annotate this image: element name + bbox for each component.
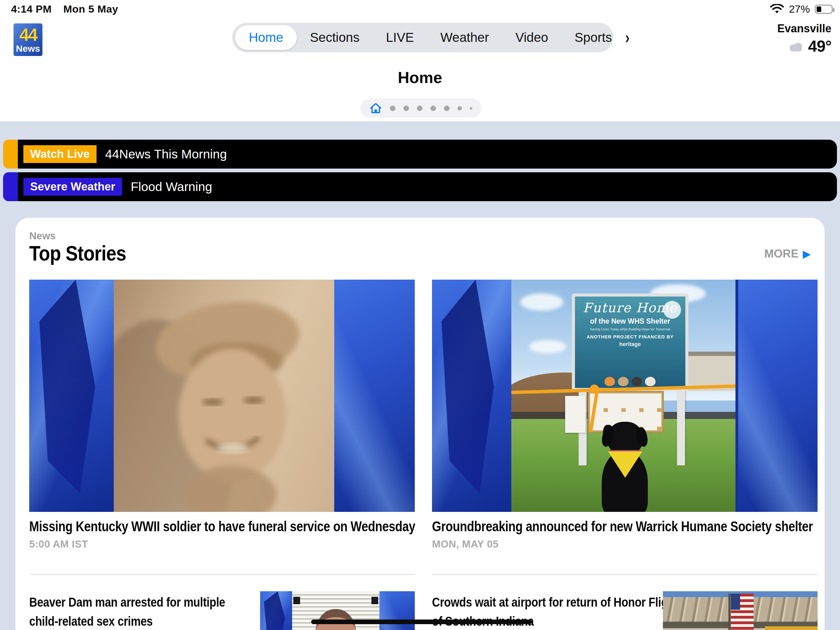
home-indicator[interactable] xyxy=(311,619,532,624)
watch-live-badge: Watch Live xyxy=(24,145,96,163)
more-button[interactable]: MORE ▶ xyxy=(764,247,811,260)
tab-home[interactable]: Home xyxy=(235,25,297,50)
main-nav: Home Sections LIVE Weather Video Sports … xyxy=(232,23,613,52)
severe-weather-badge: Severe Weather xyxy=(24,178,122,196)
cloud-icon xyxy=(787,40,805,52)
page-dot xyxy=(444,106,450,111)
sign-line3: Saving Lives Today while Building Hope f… xyxy=(575,327,685,331)
page-dot xyxy=(458,106,462,111)
tv-graphic-panel xyxy=(260,591,292,630)
us-flag xyxy=(731,594,753,630)
featured-timestamp-1: 5:00 AM IST xyxy=(29,538,88,550)
status-time: 4:14 PM xyxy=(11,3,52,15)
tab-video[interactable]: Video xyxy=(502,30,561,45)
weather-city: Evansville xyxy=(777,22,831,35)
divider xyxy=(432,574,818,575)
app-screen: 4:14 PMMon 5 May 27% 44 News Home Sectio… xyxy=(0,0,840,630)
tab-weather[interactable]: Weather xyxy=(427,30,502,45)
story-thumb-airport[interactable] xyxy=(663,591,818,630)
severe-weather-text: Flood Warning xyxy=(131,180,212,194)
page-dot xyxy=(403,106,409,111)
watch-live-text: 44News This Morning xyxy=(105,147,227,161)
tv-graphic-panel xyxy=(379,591,415,630)
page-dots-carousel[interactable] xyxy=(360,98,482,118)
page-dot xyxy=(417,106,422,111)
watch-live-banner[interactable]: Watch Live 44News This Morning xyxy=(0,140,840,169)
divider xyxy=(29,574,415,575)
section-kicker: News xyxy=(29,230,56,242)
status-date: Mon 5 May xyxy=(63,3,118,15)
black-dog xyxy=(598,424,651,512)
story-image-shelter[interactable]: Future Home of the New WHS Shelter Savin… xyxy=(432,280,818,512)
page-title: Home xyxy=(0,68,840,87)
battery-icon xyxy=(815,5,833,14)
top-stories-card: News Top Stories MORE ▶ xyxy=(15,218,825,630)
sign-line5: heritage xyxy=(575,341,685,348)
featured-headline-2[interactable]: Groundbreaking announced for new Warrick… xyxy=(432,518,825,535)
story-image-soldier[interactable] xyxy=(29,280,415,512)
header: 4:14 PMMon 5 May 27% 44 News Home Sectio… xyxy=(0,0,840,121)
status-bar-right: 27% xyxy=(770,3,833,15)
tv-graphic-panel xyxy=(432,280,511,512)
story-thumb-mugshot[interactable] xyxy=(260,591,415,630)
tab-live[interactable]: LIVE xyxy=(373,30,427,45)
more-label: MORE xyxy=(764,247,799,260)
mugshot-photo xyxy=(292,591,379,630)
secondary-headline-1[interactable]: Beaver Dam man arrested for multiple chi… xyxy=(29,592,251,630)
section-title: Top Stories xyxy=(29,241,126,265)
sepia-portrait-photo xyxy=(114,280,334,512)
weather-widget[interactable]: Evansville 49° xyxy=(777,22,831,55)
shelter-photo: Future Home of the New WHS Shelter Savin… xyxy=(511,280,736,512)
tv-graphic-panel xyxy=(29,280,114,512)
tab-sections[interactable]: Sections xyxy=(297,30,373,45)
weather-temp: 49° xyxy=(808,37,831,55)
home-dot-icon xyxy=(369,103,382,114)
severe-weather-banner[interactable]: Severe Weather Flood Warning xyxy=(0,172,840,201)
featured-headline-1[interactable]: Missing Kentucky WWII soldier to have fu… xyxy=(29,518,422,535)
tab-sports[interactable]: Sports xyxy=(561,30,625,45)
logo-44: 44 xyxy=(19,26,37,43)
status-bar-left: 4:14 PMMon 5 May xyxy=(11,3,118,15)
secondary-headline-2[interactable]: Crowds wait at airport for return of Hon… xyxy=(432,592,685,630)
tv-graphic-panel xyxy=(334,280,415,512)
page-dot xyxy=(470,107,472,109)
sign-logo-circle xyxy=(663,301,681,319)
sign-line4: ANOTHER PROJECT FINANCED BY xyxy=(575,334,685,339)
page-dot xyxy=(390,106,395,111)
battery-percent: 27% xyxy=(789,3,810,15)
station-logo[interactable]: 44 News xyxy=(14,24,43,56)
sign-animal-icons xyxy=(575,377,685,386)
nav-more-chevron-icon[interactable]: › xyxy=(625,28,630,47)
page-dot xyxy=(431,106,436,111)
wifi-icon xyxy=(770,4,784,14)
posted-notice xyxy=(565,396,586,433)
logo-news: News xyxy=(16,44,40,53)
tv-graphic-panel xyxy=(738,280,818,512)
featured-timestamp-2: MON, MAY 05 xyxy=(432,538,498,550)
sign-line2: of the New WHS Shelter xyxy=(575,317,685,326)
future-home-sign: Future Home of the New WHS Shelter Savin… xyxy=(572,293,688,391)
more-arrow-icon: ▶ xyxy=(803,249,811,259)
